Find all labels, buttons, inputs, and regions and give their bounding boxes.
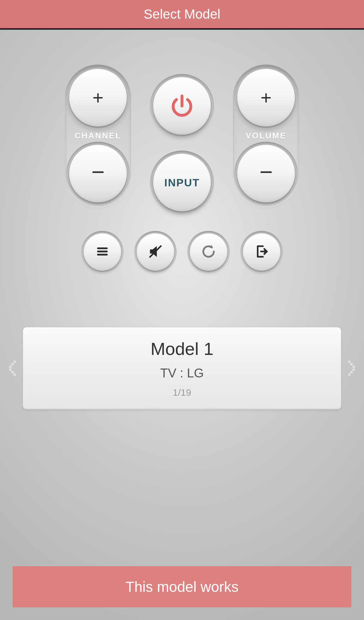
volume-down-button[interactable]: −: [237, 145, 295, 202]
refresh-button[interactable]: [190, 233, 227, 271]
model-selector: Model 1 TV : LG 1/19: [0, 327, 364, 409]
channel-up-button[interactable]: +: [69, 69, 127, 127]
secondary-button-row: [0, 233, 364, 271]
svg-rect-7: [9, 369, 11, 371]
remote-area: + CHANNEL − INPUT: [0, 30, 364, 566]
minus-icon: −: [259, 160, 273, 183]
channel-pill: + CHANNEL −: [65, 65, 131, 207]
model-next-button[interactable]: [346, 359, 357, 378]
plus-icon: +: [260, 88, 271, 107]
page-title: Select Model: [144, 7, 221, 22]
svg-rect-6: [9, 366, 11, 368]
svg-rect-8: [11, 371, 14, 373]
model-card[interactable]: Model 1 TV : LG 1/19: [23, 327, 341, 409]
input-label: INPUT: [164, 177, 200, 189]
power-button[interactable]: [153, 77, 211, 135]
refresh-icon: [201, 244, 216, 261]
exit-icon: [254, 244, 270, 261]
channel-label: CHANNEL: [75, 131, 121, 141]
volume-pill: + VOLUME −: [233, 65, 299, 207]
confirm-model-button[interactable]: This model works: [13, 566, 351, 607]
mute-button[interactable]: [137, 233, 174, 271]
svg-rect-15: [348, 374, 350, 376]
model-prev-button[interactable]: [7, 359, 18, 378]
svg-rect-9: [14, 374, 16, 376]
svg-rect-10: [348, 361, 350, 363]
volume-label: VOLUME: [246, 131, 286, 141]
mute-icon: [147, 243, 164, 261]
channel-down-button[interactable]: −: [69, 145, 127, 202]
volume-up-button[interactable]: +: [237, 69, 295, 127]
remote-top-row: + CHANNEL − INPUT: [0, 65, 364, 211]
input-button[interactable]: INPUT: [153, 154, 211, 211]
svg-rect-4: [14, 361, 16, 363]
svg-rect-11: [350, 363, 353, 365]
menu-icon: [95, 244, 110, 260]
minus-icon: −: [91, 160, 105, 183]
plus-icon: +: [92, 88, 103, 107]
center-column: INPUT: [153, 77, 211, 211]
power-icon: [169, 93, 195, 119]
svg-rect-14: [350, 371, 353, 373]
menu-button[interactable]: [84, 233, 121, 271]
svg-rect-12: [353, 366, 355, 368]
confirm-label: This model works: [125, 578, 239, 595]
svg-rect-13: [353, 369, 355, 371]
header-bar: Select Model: [0, 0, 364, 30]
model-count: 1/19: [173, 387, 191, 398]
svg-rect-5: [11, 363, 14, 365]
exit-button[interactable]: [243, 233, 280, 271]
model-device: TV : LG: [160, 366, 204, 380]
model-name: Model 1: [150, 338, 213, 359]
